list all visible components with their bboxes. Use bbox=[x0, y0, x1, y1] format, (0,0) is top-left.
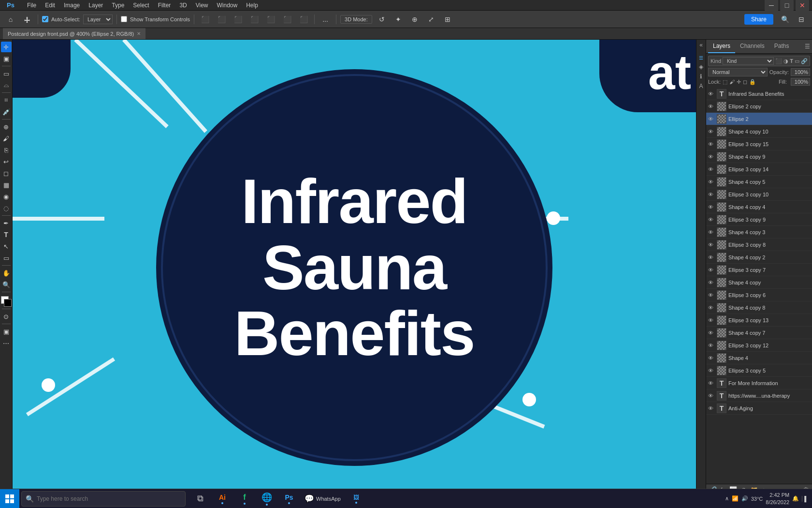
layer-item[interactable]: 👁Ellipse 3 copy 12 bbox=[706, 339, 812, 352]
blur-tool-btn[interactable]: ◉ bbox=[1, 191, 12, 202]
filter-type-icon[interactable]: T bbox=[790, 58, 793, 64]
filter-shape-icon[interactable]: ▭ bbox=[795, 58, 799, 64]
align-center-v[interactable]: ⬛ bbox=[280, 14, 294, 25]
taskbar-app-taskview[interactable]: ⧉ bbox=[189, 489, 211, 508]
eraser-tool-btn[interactable]: ◻ bbox=[1, 168, 12, 179]
character-mini-btn[interactable]: A bbox=[699, 83, 703, 90]
foreground-background-colors[interactable] bbox=[1, 296, 12, 307]
filter-pixel-icon[interactable]: ⬛ bbox=[775, 58, 782, 64]
taskbar-app-photoshop[interactable]: Ps bbox=[278, 489, 300, 508]
layer-visibility-eye[interactable]: 👁 bbox=[708, 242, 715, 248]
layer-visibility-eye[interactable]: 👁 bbox=[708, 141, 715, 147]
layer-visibility-eye[interactable]: 👁 bbox=[708, 405, 715, 411]
stamp-tool-btn[interactable]: ⎘ bbox=[1, 145, 12, 155]
taskbar-app-chrome[interactable]: 🌐 bbox=[256, 489, 277, 508]
brush-tool-btn[interactable]: 🖌 bbox=[1, 133, 12, 144]
layer-item[interactable]: 👁Shape 4 copy 2 bbox=[706, 251, 812, 264]
document-tab-close[interactable]: ✕ bbox=[137, 31, 141, 36]
taskbar-time[interactable]: 2:42 PM 8/26/2022 bbox=[766, 492, 789, 506]
quick-mask-btn[interactable]: ⊙ bbox=[1, 311, 12, 322]
pen-tool-btn[interactable]: ✒ bbox=[1, 218, 12, 228]
menu-file[interactable]: File bbox=[23, 1, 40, 10]
lock-artboards-icon[interactable]: ◻ bbox=[743, 79, 747, 85]
layer-item[interactable]: 👁Ellipse 3 copy 13 bbox=[706, 314, 812, 327]
menu-layer[interactable]: Layer bbox=[85, 1, 107, 10]
menu-select[interactable]: Select bbox=[129, 1, 153, 10]
volume-icon[interactable]: 🔊 bbox=[741, 495, 748, 502]
taskbar-search[interactable]: 🔍 bbox=[21, 491, 186, 507]
layer-visibility-eye[interactable]: 👁 bbox=[708, 91, 715, 97]
zoom-tool-btn[interactable]: 🔍 bbox=[1, 279, 12, 290]
layer-item[interactable]: 👁Ellipse 3 copy 9 bbox=[706, 213, 812, 226]
move-tool-btn[interactable]: ✛ bbox=[1, 42, 12, 52]
transform-controls-checkbox[interactable] bbox=[121, 16, 127, 22]
minimize-button[interactable]: ─ bbox=[765, 0, 778, 11]
layer-item[interactable]: 👁Ellipse 3 copy 10 bbox=[706, 188, 812, 201]
healing-brush-btn[interactable]: ⊕ bbox=[1, 121, 12, 132]
layer-visibility-eye[interactable]: 👁 bbox=[708, 292, 715, 298]
layer-item[interactable]: 👁Ellipse 3 copy 6 bbox=[706, 289, 812, 301]
layer-item[interactable]: 👁Ellipse 3 copy 5 bbox=[706, 364, 812, 377]
layer-visibility-eye[interactable]: 👁 bbox=[708, 267, 715, 273]
3d-tool3[interactable]: ⊕ bbox=[408, 14, 421, 25]
menu-view[interactable]: View bbox=[192, 1, 212, 10]
canvas-area[interactable]: at bbox=[13, 40, 696, 495]
fill-input[interactable] bbox=[791, 78, 810, 86]
layer-item[interactable]: 👁TFor More Information bbox=[706, 377, 812, 389]
layer-visibility-eye[interactable]: 👁 bbox=[708, 368, 715, 374]
rectangular-marquee-btn[interactable]: ▭ bbox=[1, 68, 12, 79]
layer-visibility-eye[interactable]: 👁 bbox=[708, 254, 715, 260]
taskbar-app-untitled[interactable]: 🖼 bbox=[346, 489, 367, 508]
layer-item[interactable]: 👁Shape 4 copy bbox=[706, 276, 812, 289]
lock-transparent-icon[interactable]: ⬚ bbox=[723, 79, 727, 85]
layer-visibility-eye[interactable]: 👁 bbox=[708, 343, 715, 348]
3d-tool2[interactable]: ✦ bbox=[392, 14, 405, 25]
layers-list[interactable]: 👁TInfrared Sauna Benefits👁Ellipse 2 copy… bbox=[706, 88, 812, 484]
type-tool-btn[interactable]: T bbox=[1, 229, 12, 240]
layer-visibility-eye[interactable]: 👁 bbox=[708, 229, 715, 235]
layer-visibility-eye[interactable]: 👁 bbox=[708, 380, 715, 386]
filter-smart-icon[interactable]: 🔗 bbox=[801, 58, 808, 64]
align-top[interactable]: ⬛ bbox=[264, 14, 277, 25]
dodge-tool-btn[interactable]: ◌ bbox=[1, 203, 12, 213]
layer-item[interactable]: 👁Ellipse 3 copy 7 bbox=[706, 264, 812, 276]
layer-visibility-eye[interactable]: 👁 bbox=[708, 305, 715, 311]
tab-layers[interactable]: Layers bbox=[708, 40, 735, 53]
eyedropper-btn[interactable]: 💉 bbox=[1, 106, 12, 117]
shape-tool-btn[interactable]: ▭ bbox=[1, 253, 12, 263]
layer-item[interactable]: 👁Ellipse 2 bbox=[706, 113, 812, 125]
layer-item[interactable]: 👁Shape 4 copy 9 bbox=[706, 150, 812, 163]
layer-visibility-eye[interactable]: 👁 bbox=[708, 317, 715, 323]
layer-item[interactable]: 👁Shape 4 copy 3 bbox=[706, 226, 812, 239]
menu-help[interactable]: Help bbox=[242, 1, 262, 10]
layer-visibility-eye[interactable]: 👁 bbox=[708, 166, 715, 172]
menu-window[interactable]: Window bbox=[213, 1, 242, 10]
layers-mini-btn[interactable]: ☰ bbox=[699, 55, 703, 60]
opacity-input[interactable] bbox=[791, 68, 810, 76]
layer-item[interactable]: 👁Shape 4 copy 7 bbox=[706, 327, 812, 339]
blend-mode-dropdown[interactable]: Normal bbox=[708, 68, 768, 76]
layer-visibility-eye[interactable]: 👁 bbox=[708, 129, 715, 134]
tab-channels[interactable]: Channels bbox=[735, 40, 769, 53]
start-button[interactable] bbox=[0, 489, 19, 508]
layer-item[interactable]: 👁Ellipse 2 copy bbox=[706, 100, 812, 113]
layer-visibility-eye[interactable]: 👁 bbox=[708, 217, 715, 223]
gradient-tool-btn[interactable]: ▦ bbox=[1, 179, 12, 190]
layer-visibility-eye[interactable]: 👁 bbox=[708, 330, 715, 336]
move-tool[interactable] bbox=[20, 14, 34, 25]
layer-visibility-eye[interactable]: 👁 bbox=[708, 393, 715, 399]
layer-item[interactable]: 👁Shape 4 copy 5 bbox=[706, 176, 812, 188]
layer-visibility-eye[interactable]: 👁 bbox=[708, 355, 715, 361]
adjustments-mini-btn[interactable]: ◈ bbox=[699, 63, 703, 70]
layer-item[interactable]: 👁Shape 4 copy 10 bbox=[706, 125, 812, 138]
align-right-edges[interactable]: ⬛ bbox=[231, 14, 245, 25]
layer-item[interactable]: 👁Ellipse 3 copy 15 bbox=[706, 138, 812, 150]
lasso-tool-btn[interactable]: ⌓ bbox=[1, 80, 12, 90]
history-brush-btn[interactable]: ↩ bbox=[1, 156, 12, 167]
more-options[interactable]: ... bbox=[319, 14, 332, 25]
layer-item[interactable]: 👁TInfrared Sauna Benefits bbox=[706, 88, 812, 100]
lock-all-icon[interactable]: 🔒 bbox=[749, 79, 756, 85]
align-left-edges[interactable]: ⬛ bbox=[198, 14, 212, 25]
properties-mini-btn[interactable]: ℹ bbox=[700, 73, 702, 80]
ps-logo[interactable]: Ps bbox=[3, 0, 18, 10]
